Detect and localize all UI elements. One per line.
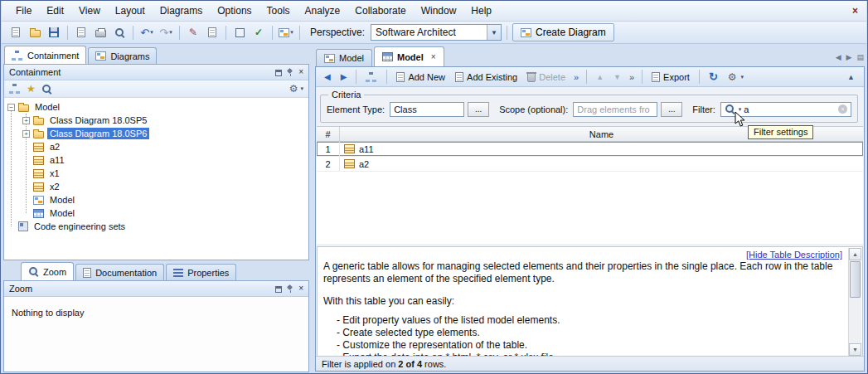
chevron-down-icon[interactable]: ▾ <box>300 85 303 92</box>
pin-icon[interactable] <box>287 284 293 293</box>
overflow-chevron-icon[interactable]: » <box>572 72 580 82</box>
tab-scroll-left-icon[interactable]: ◀ <box>836 53 841 61</box>
perspective-select[interactable]: Software Architect ▼ <box>371 24 502 41</box>
add-new-button[interactable]: Add New <box>393 70 449 84</box>
tree-item-class-diagram-sp5[interactable]: + Class Diagram 18.0SP5 <box>4 114 308 127</box>
menu-options[interactable]: Options <box>210 2 259 20</box>
menu-collaborate[interactable]: Collaborate <box>347 2 413 20</box>
menu-diagrams[interactable]: Diagrams <box>153 2 210 20</box>
menu-tools[interactable]: Tools <box>259 2 298 20</box>
restore-icon[interactable] <box>275 286 282 293</box>
class-icon <box>33 169 44 178</box>
structure-options-icon[interactable] <box>9 84 21 94</box>
tab-zoom[interactable]: Zoom <box>21 262 74 280</box>
vertical-scrollbar[interactable]: ▲ ▼ <box>848 248 861 356</box>
chevron-down-icon[interactable]: ▾ <box>150 29 153 36</box>
element-type-browse-button[interactable]: ... <box>468 102 489 117</box>
open-project-button[interactable] <box>27 24 43 41</box>
menu-layout[interactable]: Layout <box>108 2 153 20</box>
combo-arrow-icon[interactable]: ▼ <box>487 25 501 40</box>
table-row[interactable]: 1 a11 <box>317 142 863 157</box>
tree-item-model-root[interactable]: − Model <box>4 100 308 114</box>
scrollbar-thumb[interactable] <box>850 261 861 298</box>
refresh-button[interactable]: ↻ <box>706 70 721 84</box>
expand-expander-icon[interactable]: + <box>22 130 30 138</box>
scroll-down-icon[interactable]: ▼ <box>849 343 861 356</box>
tab-diagrams[interactable]: Diagrams <box>88 47 157 64</box>
containment-panel: Containment × ★ ⚙ ▾ − Model <box>3 64 309 260</box>
chevron-down-icon[interactable]: ▾ <box>169 29 172 36</box>
tree-item-x2[interactable]: x2 <box>4 180 308 193</box>
pin-icon[interactable] <box>287 68 293 76</box>
tree-item-model-diagram[interactable]: Model <box>4 193 308 206</box>
collapse-toolbar-icon[interactable]: ▲ <box>847 73 859 81</box>
tab-model-diagram[interactable]: Model <box>316 49 372 66</box>
tab-properties[interactable]: Properties <box>166 264 236 280</box>
filter-settings-icon[interactable] <box>725 104 735 114</box>
tree-item-a11[interactable]: a11 <box>4 153 308 167</box>
tab-model-table[interactable]: Model × <box>374 46 444 66</box>
forward-button[interactable]: ▶ <box>337 70 351 83</box>
scope-browse-button[interactable]: ... <box>661 102 682 117</box>
tab-scroll-right-icon[interactable]: ▶ <box>846 53 852 61</box>
close-panel-icon[interactable]: × <box>298 284 303 293</box>
menu-analyze[interactable]: Analyze <box>298 2 348 20</box>
undo-button[interactable]: ↶▾ <box>138 24 155 41</box>
tree-item-code-engineering-sets[interactable]: Code engineering sets <box>4 220 308 233</box>
diagram-windows-button[interactable]: ▾ <box>278 24 294 41</box>
validate-button[interactable]: ✓ <box>250 24 267 41</box>
menu-edit[interactable]: Edit <box>39 2 71 20</box>
new-diagram-button[interactable] <box>73 24 90 41</box>
tree-item-x1[interactable]: x1 <box>4 167 308 180</box>
tree-item-model-table[interactable]: Model <box>4 206 308 220</box>
select-in-containment-button[interactable] <box>362 70 381 84</box>
tree-item-class-diagram-sp6[interactable]: + Class Diagram 18.0SP6 <box>4 127 308 140</box>
export-button[interactable]: Export <box>648 70 693 84</box>
menu-file[interactable]: File <box>8 2 39 20</box>
element-type-field[interactable]: Class <box>390 102 464 117</box>
tab-list-icon[interactable]: ▤ <box>856 53 864 61</box>
chevron-down-icon[interactable]: ▾ <box>741 74 744 80</box>
menu-view[interactable]: View <box>71 2 108 20</box>
redo-button[interactable]: ↷▾ <box>158 24 174 41</box>
move-up-button[interactable]: ▲ <box>593 71 607 83</box>
spelling-button[interactable]: ✎ <box>185 24 201 41</box>
clear-filter-icon[interactable]: × <box>838 104 847 114</box>
restore-icon[interactable] <box>275 70 282 76</box>
quick-search-icon[interactable] <box>41 84 52 95</box>
notes-button[interactable] <box>204 24 221 41</box>
add-existing-button[interactable]: Add Existing <box>452 70 521 84</box>
scope-field[interactable]: Drag elements fro <box>573 102 657 117</box>
menu-window[interactable]: Window <box>414 2 464 20</box>
gear-icon[interactable]: ⚙ <box>289 84 298 94</box>
create-diagram-button[interactable]: Create Diagram <box>512 23 614 41</box>
collapse-expander-icon[interactable]: − <box>7 104 15 111</box>
new-project-button[interactable] <box>7 24 24 41</box>
expand-expander-icon[interactable]: + <box>22 117 30 124</box>
tab-documentation[interactable]: Documentation <box>75 264 164 280</box>
close-icon[interactable]: × <box>852 5 858 17</box>
move-down-button[interactable]: ▼ <box>610 71 624 83</box>
forward-icon: ▶ <box>341 72 347 81</box>
close-panel-icon[interactable]: × <box>298 68 303 76</box>
menu-help[interactable]: Help <box>463 2 499 20</box>
tree-item-a2[interactable]: a2 <box>4 140 308 153</box>
element-type-value: Class <box>394 104 417 114</box>
column-header-number[interactable]: # <box>317 127 340 141</box>
criteria-groupbox: Criteria Element Type: Class ... Scope (… <box>320 95 858 123</box>
favorites-icon[interactable]: ★ <box>27 84 36 94</box>
print-button[interactable] <box>92 24 109 41</box>
generic-table: # Name 1 a11 2 a2 <box>317 126 863 244</box>
overflow-chevron-icon[interactable]: » <box>628 72 636 82</box>
table-row[interactable]: 2 a2 <box>317 157 863 172</box>
save-button[interactable] <box>46 24 62 41</box>
table-options-button[interactable]: ⚙ ▾ <box>725 70 747 84</box>
find-button[interactable] <box>111 24 128 41</box>
tab-containment[interactable]: Containment <box>4 46 86 64</box>
chevron-down-icon[interactable]: ▾ <box>290 29 293 36</box>
back-button[interactable]: ◀ <box>321 70 334 83</box>
select-related-button[interactable] <box>231 24 248 41</box>
tab-close-icon[interactable]: × <box>431 52 436 61</box>
scroll-up-icon[interactable]: ▲ <box>849 248 861 260</box>
delete-button[interactable]: Delete <box>524 70 569 84</box>
